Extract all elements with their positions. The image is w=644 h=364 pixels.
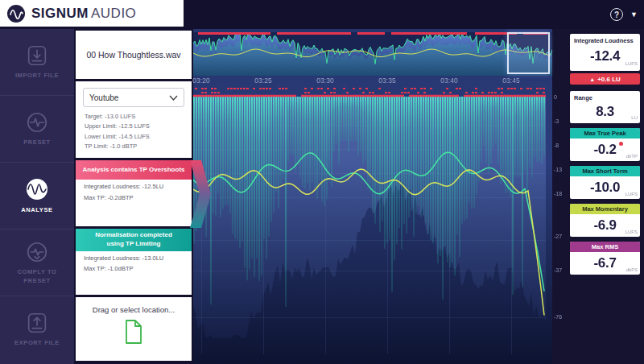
scale-label: -18 (554, 191, 562, 196)
metric-label: Max True Peak (570, 128, 640, 139)
preset-details: Target: -13.0 LUFS Upper Limit: -12.5 LU… (83, 112, 184, 152)
metric-label: Range (570, 91, 640, 101)
scale-label: 0 (554, 94, 557, 100)
metrics-panel: Integrated Loudness -12.4 LUFS ▲ +0.6 LU… (566, 29, 644, 364)
sidebar-item-export-file[interactable]: EXPORT FILE (0, 296, 74, 362)
workflow-cards: 00 How Thoughtless.wav Youtube Target: -… (74, 29, 193, 364)
preset-selected-value: Youtube (89, 93, 118, 102)
sidebar-item-label: COMPLY TO PRESET (6, 268, 68, 285)
brand-name-secondary: AUDIO (91, 6, 136, 22)
loudness-scale: 0 -3 -8 -13 -18 -27 -37 -76 (554, 29, 566, 364)
preset-lower-limit: Lower Limit: -14.5 LUFS (85, 132, 184, 142)
metric-value: -6.9 (593, 217, 616, 234)
topbar-actions: ? ▼ (610, 0, 638, 29)
range-card: Range 8.3 LU (570, 91, 640, 123)
loudness-delta-badge: ▲ +0.6 LU (570, 73, 640, 85)
analysis-title: Analysis contains TP Overshoots (76, 160, 192, 180)
scale-label: -37 (554, 267, 562, 273)
metric-unit: LUFS (625, 230, 638, 234)
time-label: 03:30 (316, 77, 333, 85)
sidebar-item-label: EXPORT FILE (6, 339, 68, 348)
metric-label: Max Momentary (570, 204, 640, 214)
time-label: 03:25 (254, 77, 271, 85)
overshoot-dot (619, 142, 623, 146)
metric-unit: LUFS (625, 192, 638, 196)
scale-label: -3 (554, 118, 559, 124)
export-location-card[interactable]: Drag or select location... (76, 297, 192, 361)
menu-dropdown-icon[interactable]: ▼ (630, 10, 638, 19)
metric-unit: dbTP (626, 154, 638, 159)
sidebar: IMPORT FILE PRESET ANALYSE COMPLY TO PRE… (0, 29, 74, 364)
normalisation-title-line2: using TP Limiting (107, 240, 161, 249)
metric-label: Max Short Term (570, 166, 640, 176)
waveform-area: 03:20 03:25 03:30 03:35 03:40 03:45 (193, 29, 552, 364)
help-icon[interactable]: ? (610, 8, 623, 21)
time-label: 03:20 (192, 77, 209, 85)
metric-unit: dbFS (626, 267, 638, 272)
time-label: 03:35 (378, 77, 395, 85)
chevron-down-icon (169, 95, 178, 101)
waveform-canvas[interactable] (193, 29, 552, 364)
export-location-label: Drag or select location... (93, 305, 175, 314)
file-name: 00 How Thoughtless.wav (86, 50, 180, 60)
brand-name-primary: SIGNUM (31, 6, 89, 22)
metric-label: Max RMS (570, 242, 640, 252)
logo-icon (6, 4, 26, 23)
analyse-icon (24, 176, 50, 202)
overview-selection[interactable] (507, 32, 550, 74)
scale-label: -13 (554, 167, 562, 172)
metric-value: -6.7 (593, 255, 616, 271)
sidebar-item-analyse[interactable]: ANALYSE (0, 163, 74, 229)
scale-label: -76 (554, 314, 562, 320)
max-rms-card: Max RMS -6.7 dbFS (570, 242, 640, 275)
app-logo: SIGNUM AUDIO (0, 0, 184, 27)
metric-value: -0.2 (593, 142, 616, 158)
metric-label: Integrated Loudness (570, 34, 640, 44)
max-true-peak-card: Max True Peak -0.2 dbTP (570, 128, 640, 161)
metric-value: -10.0 (590, 180, 620, 196)
metric-unit: LU (631, 115, 638, 120)
analysis-integrated-loudness: Integrated Loudness: -12.5LU (76, 180, 192, 191)
preset-card: Youtube Target: -13.0 LUFS Upper Limit: … (76, 81, 192, 158)
scale-label: -8 (554, 143, 559, 148)
sidebar-item-comply-to-preset[interactable]: COMPLY TO PRESET (0, 230, 74, 296)
normalisation-title-line1: Normalisation completed (95, 231, 172, 240)
normalisation-result-card: Normalisation completed using TP Limitin… (76, 229, 192, 295)
sidebar-item-label: PRESET (6, 139, 68, 147)
import-file-icon (25, 43, 49, 68)
sidebar-item-preset[interactable]: PRESET (0, 96, 74, 162)
preset-icon (25, 110, 49, 134)
sidebar-item-label: IMPORT FILE (6, 72, 68, 81)
preset-select[interactable]: Youtube (83, 88, 184, 107)
document-icon (124, 320, 143, 344)
sidebar-item-import-file[interactable]: IMPORT FILE (0, 29, 74, 95)
normalisation-title: Normalisation completed using TP Limitin… (76, 229, 192, 251)
preset-upper-limit: Upper Limit: -12.5 LUFS (85, 122, 184, 131)
analysis-result-card: Analysis contains TP Overshoots Integrat… (76, 160, 192, 226)
top-bar: SIGNUM AUDIO ? ▼ (0, 0, 644, 29)
normalisation-integrated-loudness: Integrated Loudness: -13.0LU (76, 251, 192, 263)
max-momentary-card: Max Momentary -6.9 LUFS (570, 204, 640, 237)
scale-label: -27 (554, 234, 562, 239)
loaded-file-card: 00 How Thoughtless.wav (76, 31, 192, 79)
sidebar-item-label: ANALYSE (6, 206, 68, 215)
metric-value: -12.4 (590, 48, 620, 64)
analysis-max-tp: Max TP: -0.2dBTP (76, 191, 192, 202)
warning-triangle-icon: ▲ (589, 77, 595, 82)
normalisation-max-tp: Max TP: -1.0dBTP (76, 262, 192, 273)
integrated-loudness-card: Integrated Loudness -12.4 LUFS (570, 34, 640, 71)
preset-tp-limit: TP Limit: -1.0 dBTP (85, 142, 184, 151)
delta-value: +0.6 LU (597, 76, 621, 83)
metric-unit: LUFS (625, 61, 638, 66)
time-label: 03:45 (502, 77, 519, 85)
time-label: 03:40 (440, 77, 457, 85)
metric-value: 8.3 (596, 104, 614, 120)
export-file-icon (25, 311, 49, 335)
analysis-pointer-arrow (190, 160, 211, 228)
comply-to-preset-icon (25, 240, 49, 264)
max-short-term-card: Max Short Term -10.0 LUFS (570, 166, 640, 199)
preset-target: Target: -13.0 LUFS (85, 112, 184, 122)
